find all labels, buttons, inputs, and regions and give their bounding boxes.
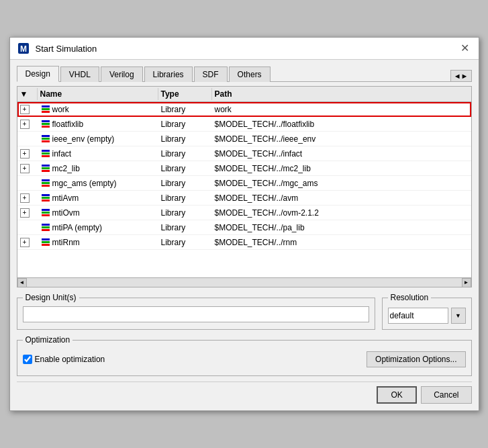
enable-optimization-checkbox[interactable]	[23, 355, 32, 364]
enable-optimization-label: Enable optimization	[35, 355, 105, 364]
type-cell: Library	[158, 178, 212, 189]
type-cell: Library	[158, 148, 212, 159]
tree-header: ▼ Name Type Path	[17, 87, 471, 102]
scroll-right-arrow[interactable]: ►	[462, 278, 471, 287]
type-cell: Library	[158, 222, 212, 233]
expand-button[interactable]: +	[20, 105, 30, 114]
expand-cell: +	[17, 208, 38, 218]
svg-rect-3	[42, 108, 50, 110]
type-cell: Library	[158, 134, 212, 144]
table-row[interactable]: mtiPA (empty) Library $MODEL_TECH/../pa_…	[17, 220, 471, 235]
tab-design[interactable]: Design	[17, 66, 59, 82]
tabs-row: Design VHDL Verilog Libraries SDF Others…	[17, 65, 472, 82]
svg-rect-16	[42, 165, 50, 167]
svg-rect-17	[42, 185, 50, 187]
svg-rect-31	[42, 238, 50, 240]
svg-rect-21	[42, 197, 50, 199]
dialog-body: Design VHDL Verilog Libraries SDF Others…	[10, 60, 479, 410]
type-cell: Library	[158, 119, 212, 130]
design-unit-legend: Design Unit(s)	[23, 293, 79, 302]
header-path: Path	[212, 88, 471, 100]
name-cell: mtiOvm	[38, 207, 158, 219]
horizontal-scrollbar[interactable]: ◄ ►	[17, 277, 471, 287]
name-cell: work	[38, 103, 158, 116]
svg-rect-4	[42, 105, 50, 107]
expand-cell: +	[17, 104, 38, 115]
svg-rect-27	[42, 226, 50, 228]
resolution-legend: Resolution	[388, 293, 432, 302]
design-unit-fieldset: Design Unit(s)	[17, 293, 375, 330]
table-row[interactable]: + infact Library $MODEL_TECH/../infact	[17, 146, 471, 161]
name-cell: mc2_lib	[38, 163, 158, 175]
table-row[interactable]: ieee_env (empty) Library $MODEL_TECH/../…	[17, 132, 471, 146]
expand-cell: +	[17, 163, 38, 174]
tab-nav-arrows[interactable]: ◄►	[450, 70, 472, 82]
tab-vhdl[interactable]: VHDL	[60, 66, 99, 82]
library-icon	[40, 178, 51, 189]
type-cell: Library	[158, 193, 212, 204]
library-icon	[40, 208, 51, 218]
svg-rect-8	[42, 140, 50, 142]
start-simulation-dialog: M Start Simulation ✕ Design VHDL Verilog…	[9, 37, 479, 411]
expand-cell: +	[17, 237, 38, 248]
tab-libraries[interactable]: Libraries	[144, 66, 193, 82]
path-cell: $MODEL_TECH/../mc2_lib	[212, 163, 471, 174]
svg-rect-19	[42, 179, 50, 181]
svg-rect-29	[42, 244, 50, 246]
cancel-button[interactable]: Cancel	[421, 386, 471, 404]
optimization-options-button[interactable]: Optimization Options...	[367, 351, 465, 367]
type-cell: Library	[158, 237, 212, 248]
tab-others[interactable]: Others	[229, 66, 271, 82]
header-expand: ▼	[17, 88, 38, 100]
table-row[interactable]: + floatfixlib Library $MODEL_TECH/../flo…	[17, 117, 471, 132]
dropdown-arrow[interactable]: ▼	[451, 308, 466, 324]
expand-button[interactable]: +	[20, 193, 30, 203]
table-row[interactable]: mgc_ams (empty) Library $MODEL_TECH/../m…	[17, 176, 471, 191]
design-unit-input[interactable]	[23, 306, 369, 322]
library-icon	[40, 104, 51, 115]
library-icon	[40, 222, 51, 233]
expand-cell: +	[17, 193, 38, 204]
svg-rect-7	[42, 120, 50, 122]
expand-button[interactable]: +	[20, 238, 30, 247]
table-row[interactable]: + mtiRnm Library $MODEL_TECH/../rnm	[17, 235, 471, 250]
table-row[interactable]: + mc2_lib Library $MODEL_TECH/../mc2_lib	[17, 161, 471, 176]
scroll-track[interactable]	[27, 278, 462, 287]
ok-button[interactable]: OK	[377, 386, 417, 404]
library-icon	[40, 134, 51, 144]
type-cell: Library	[158, 163, 212, 174]
table-row[interactable]: + mtiAvm Library $MODEL_TECH/../avm	[17, 191, 471, 206]
path-cell: $MODEL_TECH/../floatfixlib	[212, 119, 471, 130]
app-logo: M	[17, 42, 30, 55]
svg-rect-6	[42, 123, 50, 125]
tab-sdf[interactable]: SDF	[194, 66, 228, 82]
expand-button[interactable]: +	[20, 208, 30, 218]
expand-cell	[17, 138, 38, 140]
expand-button[interactable]: +	[20, 164, 30, 173]
expand-button[interactable]: +	[20, 149, 30, 159]
expand-cell: +	[17, 148, 38, 159]
expand-cell: +	[17, 119, 38, 130]
resolution-select[interactable]: default ps ns fs	[388, 308, 448, 324]
name-cell: mtiRnm	[38, 236, 158, 249]
path-cell: $MODEL_TECH/../mgc_ams	[212, 178, 471, 189]
svg-rect-30	[42, 241, 50, 243]
library-icon	[40, 163, 51, 174]
svg-rect-9	[42, 138, 50, 140]
table-row[interactable]: + work Library work	[17, 102, 471, 117]
tree-body: + work Library work +	[17, 102, 471, 277]
svg-rect-24	[42, 212, 50, 214]
tab-verilog[interactable]: Verilog	[101, 66, 143, 82]
path-cell: $MODEL_TECH/../ieee_env	[212, 134, 471, 144]
scroll-left-arrow[interactable]: ◄	[17, 278, 27, 287]
svg-rect-23	[42, 214, 50, 216]
svg-rect-28	[42, 224, 50, 226]
name-cell: infact	[38, 148, 158, 160]
svg-rect-12	[42, 152, 50, 154]
library-icon	[40, 237, 51, 248]
table-row[interactable]: + mtiOvm Library $MODEL_TECH/../ovm-2.1.…	[17, 206, 471, 220]
name-cell: mtiAvm	[38, 192, 158, 204]
path-cell: work	[212, 104, 471, 115]
expand-button[interactable]: +	[20, 120, 30, 129]
close-button[interactable]: ✕	[458, 43, 472, 54]
